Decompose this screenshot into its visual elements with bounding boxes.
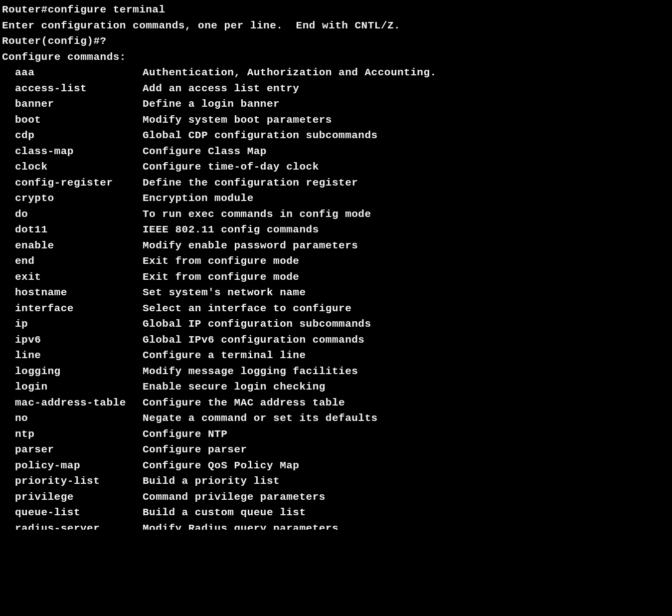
command-description: Authentication, Authorization and Accoun… [143, 65, 437, 81]
command-description: Modify enable password parameters [143, 238, 358, 254]
command-description: Exit from configure mode [143, 253, 299, 269]
section-header: Configure commands: [2, 49, 670, 65]
command-name: priority-list [15, 473, 143, 489]
command-name: ipv6 [15, 332, 143, 348]
command-name: exit [15, 269, 143, 285]
command-description: Add an access list entry [143, 81, 299, 97]
command-description: Exit from configure mode [143, 269, 299, 285]
command-name: end [15, 253, 143, 269]
command-row: noNegate a command or set its defaults [2, 411, 670, 426]
command-description: To run exec commands in config mode [143, 206, 371, 222]
command-name: clock [15, 159, 143, 175]
command-name: class-map [15, 144, 143, 160]
command-description: Encryption module [143, 191, 254, 206]
command-row: access-listAdd an access list entry [2, 81, 670, 97]
command-name: access-list [15, 81, 143, 97]
command-row: loginEnable secure login checking [2, 379, 670, 395]
command-name: login [15, 379, 143, 395]
prompt-line-configure-terminal: Router#configure terminal [2, 2, 670, 18]
command-name: cdp [15, 128, 143, 144]
command-row: interfaceSelect an interface to configur… [2, 301, 670, 317]
command-name: dot11 [15, 222, 143, 238]
command-description: Build a custom queue list [143, 505, 306, 521]
command-name: privilege [15, 489, 143, 505]
command-name: line [15, 348, 143, 364]
command-row: queue-listBuild a custom queue list [2, 505, 670, 521]
info-line: Enter configuration commands, one per li… [2, 18, 670, 34]
command-name: enable [15, 238, 143, 254]
command-description: Enable secure login checking [143, 379, 326, 395]
command-description: Set system's network name [143, 285, 306, 301]
command-description: Build a priority list [143, 473, 280, 489]
command-description: Global CDP configuration subcommands [143, 128, 378, 144]
command-name: policy-map [15, 458, 143, 474]
command-description: Configure NTP [143, 426, 227, 442]
command-description: Define the configuration register [143, 175, 358, 191]
command-row: doTo run exec commands in config mode [2, 206, 670, 222]
command-description: Configure Class Map [143, 144, 267, 160]
command-row: ntpConfigure NTP [2, 426, 670, 442]
command-description: Global IPv6 configuration commands [143, 332, 364, 348]
command-row: endExit from configure mode [2, 253, 670, 269]
command-name: do [15, 206, 143, 222]
command-name: crypto [15, 191, 143, 206]
prompt-line-help: Router(config)#? [2, 33, 670, 49]
command-description: Configure the MAC address table [143, 395, 345, 411]
command-row: config-registerDefine the configuration … [2, 175, 670, 191]
command-row: cdpGlobal CDP configuration subcommands [2, 128, 670, 144]
command-description: IEEE 802.11 config commands [143, 222, 319, 238]
command-row: privilegeCommand privilege parameters [2, 489, 670, 505]
command-description: Select an interface to configure [143, 301, 351, 317]
command-row: priority-listBuild a priority list [2, 473, 670, 489]
command-description: Configure time-of-day clock [143, 159, 319, 175]
command-name: boot [15, 112, 143, 128]
command-name: queue-list [15, 505, 143, 521]
command-name: ip [15, 316, 143, 332]
command-description: Configure QoS Policy Map [143, 458, 299, 474]
command-name: ntp [15, 426, 143, 442]
command-name: mac-address-table [15, 395, 143, 411]
command-row: dot11IEEE 802.11 config commands [2, 222, 670, 238]
command-description: Define a login banner [143, 96, 280, 112]
command-name: parser [15, 442, 143, 458]
command-description: Command privilege parameters [143, 489, 326, 505]
command-name: interface [15, 301, 143, 317]
command-name: no [15, 411, 143, 426]
command-row: mac-address-tableConfigure the MAC addre… [2, 395, 670, 411]
command-row: parserConfigure parser [2, 442, 670, 458]
command-description: Modify Radius query parameters [143, 521, 338, 530]
command-row: bootModify system boot parameters [2, 112, 670, 128]
command-row: lineConfigure a terminal line [2, 348, 670, 364]
command-row: class-mapConfigure Class Map [2, 144, 670, 160]
command-row: aaaAuthentication, Authorization and Acc… [2, 65, 670, 81]
command-description: Configure parser [143, 442, 247, 458]
command-description: Modify system boot parameters [143, 112, 332, 128]
command-name: radius-server [15, 521, 143, 530]
command-name: banner [15, 96, 143, 112]
command-row-partial: radius-server Modify Radius query parame… [2, 521, 670, 530]
command-name: logging [15, 364, 143, 380]
command-row: exitExit from configure mode [2, 269, 670, 285]
command-description: Modify message logging facilities [143, 364, 358, 380]
command-name: aaa [15, 65, 143, 81]
command-row: clockConfigure time-of-day clock [2, 159, 670, 175]
command-row: enableModify enable password parameters [2, 238, 670, 254]
command-row: loggingModify message logging facilities [2, 364, 670, 380]
command-row: bannerDefine a login banner [2, 96, 670, 112]
command-name: hostname [15, 285, 143, 301]
command-description: Negate a command or set its defaults [143, 411, 378, 426]
command-row: policy-mapConfigure QoS Policy Map [2, 458, 670, 474]
command-row: ipv6Global IPv6 configuration commands [2, 332, 670, 348]
command-description: Global IP configuration subcommands [143, 316, 371, 332]
command-row: cryptoEncryption module [2, 191, 670, 206]
command-row: hostnameSet system's network name [2, 285, 670, 301]
command-name: config-register [15, 175, 143, 191]
command-row: ipGlobal IP configuration subcommands [2, 316, 670, 332]
command-description: Configure a terminal line [143, 348, 306, 364]
command-list: aaaAuthentication, Authorization and Acc… [2, 65, 670, 521]
